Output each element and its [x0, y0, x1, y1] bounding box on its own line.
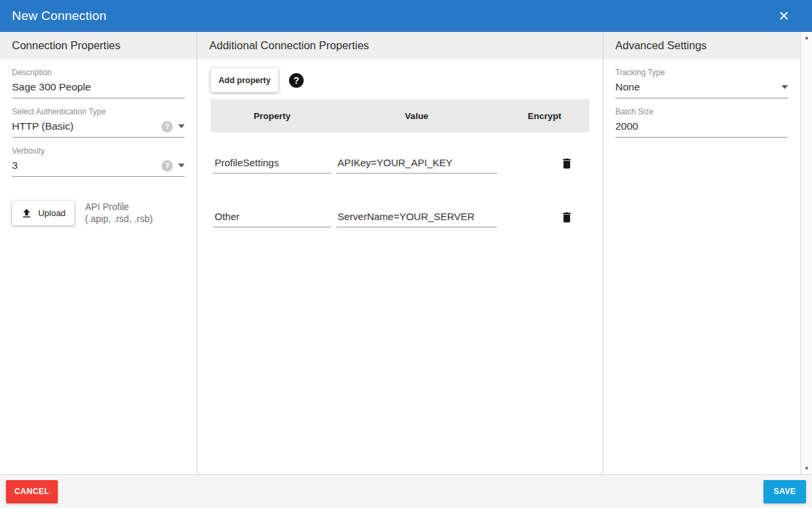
cancel-button[interactable]: CANCEL: [6, 480, 58, 503]
api-profile-upload-row: Upload API Profile (.apip, .rsd, .rsb): [12, 201, 185, 225]
batch-size-value[interactable]: 2000: [615, 120, 638, 132]
delete-row-button[interactable]: [559, 156, 575, 174]
tracking-type-label: Tracking Type: [615, 68, 788, 77]
upload-caption: API Profile (.apip, .rsd, .rsb): [85, 201, 153, 225]
connection-properties-panel: Connection Properties Description Sage 3…: [0, 32, 197, 474]
property-input[interactable]: ProfileSettings: [213, 156, 331, 174]
connection-properties-header: Connection Properties: [0, 32, 197, 59]
chevron-down-icon[interactable]: [178, 164, 185, 168]
description-field[interactable]: Description Sage 300 People: [12, 68, 185, 98]
upload-button-label: Upload: [38, 208, 65, 218]
add-property-row: Add property ?: [211, 68, 603, 92]
help-icon[interactable]: ?: [161, 121, 173, 132]
dialog-footer: CANCEL SAVE: [0, 474, 812, 508]
vertical-scrollbar[interactable]: ▲ ▼: [801, 32, 812, 474]
verbosity-label: Verbosity: [12, 146, 185, 156]
scroll-up-icon[interactable]: ▲: [804, 35, 809, 41]
value-input[interactable]: APIKey=YOUR_API_KEY: [336, 156, 497, 174]
upload-caption-line2: (.apip, .rsd, .rsb): [85, 213, 153, 225]
description-label: Description: [12, 68, 185, 77]
column-header-property: Property: [211, 111, 334, 121]
save-button[interactable]: SAVE: [763, 480, 806, 503]
properties-table: Property Value Encrypt ProfileSettings A…: [211, 99, 589, 236]
help-icon[interactable]: ?: [289, 73, 304, 88]
upload-button[interactable]: Upload: [12, 201, 74, 225]
verbosity-value[interactable]: 3: [12, 160, 18, 172]
description-value[interactable]: Sage 300 People: [12, 81, 91, 93]
trash-icon: [560, 157, 573, 170]
dialog-title: New Connection: [12, 9, 106, 23]
dialog-body: Connection Properties Description Sage 3…: [0, 32, 812, 474]
auth-type-field[interactable]: Select Authentication Type HTTP (Basic) …: [12, 107, 185, 138]
trash-icon: [560, 211, 573, 224]
batch-size-field[interactable]: Batch Size 2000: [615, 107, 788, 138]
column-header-encrypt: Encrypt: [500, 111, 589, 121]
properties-table-header: Property Value Encrypt: [211, 99, 589, 132]
column-header-value: Value: [334, 111, 500, 121]
add-property-button[interactable]: Add property: [211, 68, 278, 92]
batch-size-label: Batch Size: [615, 107, 788, 116]
tracking-type-value[interactable]: None: [615, 81, 640, 93]
upload-caption-line1: API Profile: [85, 201, 153, 213]
new-connection-dialog: New Connection ✕ Connection Properties D…: [0, 0, 812, 508]
table-row: Other ServerName=YOUR_SERVER: [211, 201, 589, 236]
close-icon[interactable]: ✕: [773, 7, 795, 25]
additional-properties-header: Additional Connection Properties: [197, 32, 603, 59]
help-icon[interactable]: ?: [161, 160, 173, 172]
section-title: Additional Connection Properties: [209, 39, 369, 52]
advanced-settings-header: Advanced Settings: [603, 32, 800, 59]
section-title: Connection Properties: [12, 39, 120, 52]
tracking-type-field[interactable]: Tracking Type None: [615, 68, 788, 98]
section-title: Advanced Settings: [615, 39, 707, 52]
table-row: ProfileSettings APIKey=YOUR_API_KEY: [211, 147, 589, 182]
dialog-titlebar: New Connection ✕: [0, 0, 812, 32]
auth-type-value[interactable]: HTTP (Basic): [12, 120, 74, 132]
additional-properties-panel: Additional Connection Properties Add pro…: [197, 32, 603, 474]
scroll-down-icon[interactable]: ▼: [804, 465, 809, 471]
verbosity-field[interactable]: Verbosity 3 ?: [12, 146, 185, 177]
advanced-settings-panel: Advanced Settings Tracking Type None Bat…: [603, 32, 801, 474]
upload-icon: [21, 207, 33, 219]
chevron-down-icon[interactable]: [781, 85, 788, 89]
auth-type-label: Select Authentication Type: [12, 107, 185, 116]
delete-row-button[interactable]: [559, 209, 575, 227]
property-input[interactable]: Other: [213, 209, 331, 227]
value-input[interactable]: ServerName=YOUR_SERVER: [336, 209, 497, 227]
chevron-down-icon[interactable]: [178, 124, 185, 128]
